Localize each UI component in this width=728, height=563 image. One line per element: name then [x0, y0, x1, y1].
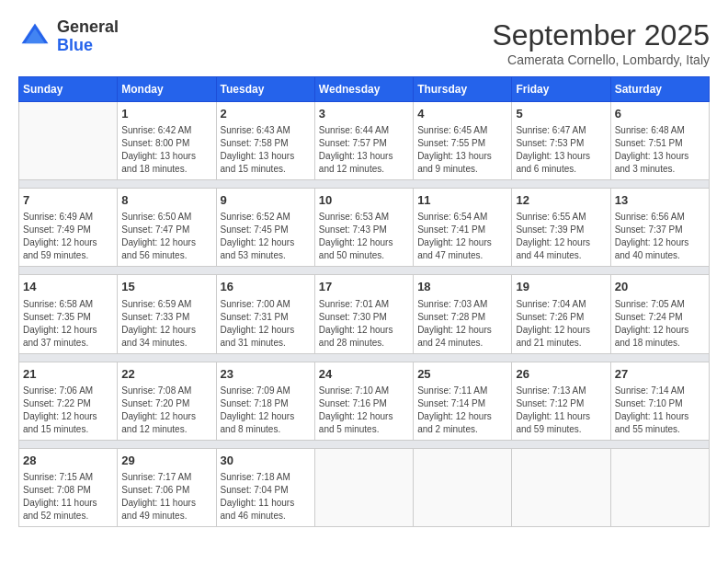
- page-header: General Blue September 2025 Camerata Cor…: [18, 18, 710, 67]
- day-info: Sunrise: 6:44 AMSunset: 7:57 PMDaylight:…: [319, 124, 409, 176]
- calendar-week-row: 7Sunrise: 6:49 AMSunset: 7:49 PMDaylight…: [19, 189, 710, 267]
- day-info: Sunrise: 7:11 AMSunset: 7:14 PMDaylight:…: [417, 385, 507, 436]
- calendar-week-row: 1Sunrise: 6:42 AMSunset: 8:00 PMDaylight…: [19, 102, 710, 180]
- week-separator: [19, 267, 710, 275]
- day-info: Sunrise: 6:59 AMSunset: 7:33 PMDaylight:…: [121, 298, 211, 350]
- week-separator: [19, 180, 710, 189]
- day-number: 19: [516, 279, 606, 295]
- table-row: 11Sunrise: 6:54 AMSunset: 7:41 PMDayligh…: [414, 189, 512, 267]
- day-number: 11: [417, 192, 507, 209]
- day-number: 13: [615, 192, 705, 209]
- table-row: 26Sunrise: 7:13 AMSunset: 7:12 PMDayligh…: [512, 362, 610, 440]
- day-info: Sunrise: 7:18 AMSunset: 7:04 PMDaylight:…: [221, 471, 311, 523]
- table-row: 27Sunrise: 7:14 AMSunset: 7:10 PMDayligh…: [610, 362, 709, 440]
- day-info: Sunrise: 7:13 AMSunset: 7:12 PMDaylight:…: [516, 385, 606, 436]
- day-number: 15: [121, 279, 211, 295]
- table-row: 3Sunrise: 6:44 AMSunset: 7:57 PMDaylight…: [314, 102, 413, 180]
- day-info: Sunrise: 7:01 AMSunset: 7:30 PMDaylight:…: [319, 298, 409, 350]
- table-row: [314, 448, 413, 526]
- day-info: Sunrise: 6:43 AMSunset: 7:58 PMDaylight:…: [221, 124, 311, 176]
- table-row: 10Sunrise: 6:53 AMSunset: 7:43 PMDayligh…: [314, 189, 413, 267]
- day-info: Sunrise: 6:45 AMSunset: 7:55 PMDaylight:…: [417, 124, 507, 176]
- table-row: 29Sunrise: 7:17 AMSunset: 7:06 PMDayligh…: [118, 448, 216, 526]
- day-info: Sunrise: 7:09 AMSunset: 7:18 PMDaylight:…: [221, 385, 311, 436]
- table-row: 5Sunrise: 6:47 AMSunset: 7:53 PMDaylight…: [512, 102, 610, 180]
- calendar-table: Sunday Monday Tuesday Wednesday Thursday…: [18, 76, 710, 527]
- col-monday: Monday: [118, 77, 216, 102]
- day-info: Sunrise: 6:52 AMSunset: 7:45 PMDaylight:…: [221, 211, 311, 262]
- table-row: 1Sunrise: 6:42 AMSunset: 8:00 PMDaylight…: [118, 102, 216, 180]
- table-row: [512, 448, 610, 526]
- day-number: 10: [319, 192, 409, 209]
- table-row: [414, 448, 512, 526]
- logo-blue: Blue: [57, 36, 93, 54]
- table-row: 14Sunrise: 6:58 AMSunset: 7:35 PMDayligh…: [19, 275, 118, 353]
- table-row: 23Sunrise: 7:09 AMSunset: 7:18 PMDayligh…: [216, 362, 314, 440]
- table-row: 17Sunrise: 7:01 AMSunset: 7:30 PMDayligh…: [314, 275, 413, 353]
- logo: General Blue: [18, 18, 119, 55]
- day-number: 20: [615, 279, 705, 295]
- day-info: Sunrise: 7:04 AMSunset: 7:26 PMDaylight:…: [516, 298, 606, 350]
- calendar-week-row: 28Sunrise: 7:15 AMSunset: 7:08 PMDayligh…: [19, 448, 710, 526]
- day-number: 1: [121, 106, 211, 122]
- table-row: 19Sunrise: 7:04 AMSunset: 7:26 PMDayligh…: [512, 275, 610, 353]
- month-title: September 2025: [492, 18, 710, 52]
- day-number: 25: [417, 366, 507, 383]
- day-number: 24: [319, 366, 409, 383]
- col-saturday: Saturday: [610, 77, 709, 102]
- table-row: 4Sunrise: 6:45 AMSunset: 7:55 PMDaylight…: [414, 102, 512, 180]
- day-info: Sunrise: 7:15 AMSunset: 7:08 PMDaylight:…: [23, 471, 113, 523]
- logo-general: General: [57, 17, 119, 36]
- table-row: 20Sunrise: 7:05 AMSunset: 7:24 PMDayligh…: [610, 275, 709, 353]
- table-row: 15Sunrise: 6:59 AMSunset: 7:33 PMDayligh…: [118, 275, 216, 353]
- table-row: [19, 102, 118, 180]
- day-number: 16: [221, 279, 311, 295]
- table-row: 24Sunrise: 7:10 AMSunset: 7:16 PMDayligh…: [314, 362, 413, 440]
- col-thursday: Thursday: [414, 77, 512, 102]
- day-info: Sunrise: 6:47 AMSunset: 7:53 PMDaylight:…: [516, 124, 606, 176]
- day-info: Sunrise: 7:10 AMSunset: 7:16 PMDaylight:…: [319, 385, 409, 436]
- table-row: 25Sunrise: 7:11 AMSunset: 7:14 PMDayligh…: [414, 362, 512, 440]
- day-info: Sunrise: 6:55 AMSunset: 7:39 PMDaylight:…: [516, 211, 606, 262]
- day-number: 18: [417, 279, 507, 295]
- day-number: 27: [615, 366, 705, 383]
- day-info: Sunrise: 7:03 AMSunset: 7:28 PMDaylight:…: [417, 298, 507, 350]
- table-row: 30Sunrise: 7:18 AMSunset: 7:04 PMDayligh…: [216, 448, 314, 526]
- table-row: 22Sunrise: 7:08 AMSunset: 7:20 PMDayligh…: [118, 362, 216, 440]
- day-number: 26: [516, 366, 606, 383]
- day-number: 5: [516, 106, 606, 122]
- day-number: 12: [516, 192, 606, 209]
- title-block: September 2025 Camerata Cornello, Lombar…: [492, 18, 710, 67]
- weekday-header-row: Sunday Monday Tuesday Wednesday Thursday…: [19, 77, 710, 102]
- day-info: Sunrise: 6:54 AMSunset: 7:41 PMDaylight:…: [417, 211, 507, 262]
- location-subtitle: Camerata Cornello, Lombardy, Italy: [492, 52, 710, 67]
- day-number: 28: [23, 453, 113, 469]
- day-number: 22: [121, 366, 211, 383]
- table-row: 18Sunrise: 7:03 AMSunset: 7:28 PMDayligh…: [414, 275, 512, 353]
- table-row: 7Sunrise: 6:49 AMSunset: 7:49 PMDaylight…: [19, 189, 118, 267]
- table-row: 12Sunrise: 6:55 AMSunset: 7:39 PMDayligh…: [512, 189, 610, 267]
- day-number: 9: [221, 192, 311, 209]
- day-info: Sunrise: 6:50 AMSunset: 7:47 PMDaylight:…: [121, 211, 211, 262]
- table-row: [610, 448, 709, 526]
- table-row: 13Sunrise: 6:56 AMSunset: 7:37 PMDayligh…: [610, 189, 709, 267]
- day-info: Sunrise: 7:14 AMSunset: 7:10 PMDaylight:…: [615, 385, 705, 436]
- day-number: 30: [221, 453, 311, 469]
- day-number: 7: [23, 192, 113, 209]
- table-row: 16Sunrise: 7:00 AMSunset: 7:31 PMDayligh…: [216, 275, 314, 353]
- col-wednesday: Wednesday: [314, 77, 413, 102]
- day-info: Sunrise: 6:49 AMSunset: 7:49 PMDaylight:…: [23, 211, 113, 262]
- day-info: Sunrise: 6:53 AMSunset: 7:43 PMDaylight:…: [319, 211, 409, 262]
- table-row: 2Sunrise: 6:43 AMSunset: 7:58 PMDaylight…: [216, 102, 314, 180]
- day-info: Sunrise: 7:08 AMSunset: 7:20 PMDaylight:…: [121, 385, 211, 436]
- day-number: 29: [121, 453, 211, 469]
- day-number: 8: [121, 192, 211, 209]
- col-sunday: Sunday: [19, 77, 118, 102]
- day-info: Sunrise: 7:06 AMSunset: 7:22 PMDaylight:…: [23, 385, 113, 436]
- col-tuesday: Tuesday: [216, 77, 314, 102]
- logo-text: General Blue: [57, 18, 119, 55]
- table-row: 9Sunrise: 6:52 AMSunset: 7:45 PMDaylight…: [216, 189, 314, 267]
- table-row: 21Sunrise: 7:06 AMSunset: 7:22 PMDayligh…: [19, 362, 118, 440]
- day-number: 17: [319, 279, 409, 295]
- day-number: 23: [221, 366, 311, 383]
